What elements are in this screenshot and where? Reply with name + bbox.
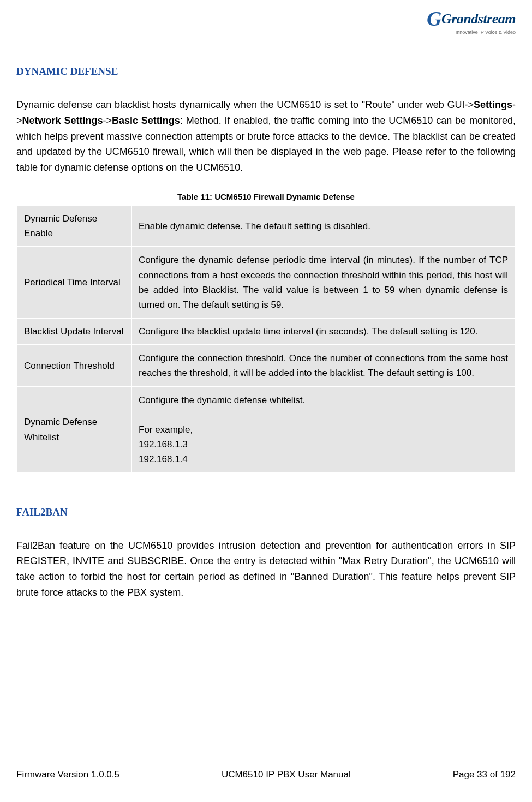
option-desc: Configure the dynamic defense periodic t…: [131, 247, 515, 318]
whitelist-line: For example,: [139, 422, 508, 437]
option-desc: Configure the connection threshold. Once…: [131, 345, 515, 386]
table-row: Periodical Time Interval Configure the d…: [17, 247, 515, 318]
table-dynamic-defense-options: Dynamic Defense Enable Enable dynamic de…: [16, 205, 516, 474]
whitelist-line: Configure the dynamic defense whitelist.: [139, 393, 508, 408]
page-content: DYNAMIC DEFENSE Dynamic defense can blac…: [16, 65, 516, 601]
text-fragment: ->: [103, 115, 112, 126]
option-desc: Enable dynamic defense. The default sett…: [131, 205, 515, 247]
whitelist-blank-line: [139, 408, 508, 422]
option-name: Periodical Time Interval: [17, 247, 131, 318]
paragraph-fail2ban-intro: Fail2Ban feature on the UCM6510 provides…: [16, 538, 516, 601]
paragraph-dynamic-defense-intro: Dynamic defense can blacklist hosts dyna…: [16, 97, 516, 176]
footer-page-number: Page 33 of 192: [453, 769, 516, 780]
whitelist-line: 192.168.1.4: [139, 452, 508, 466]
heading-dynamic-defense: DYNAMIC DEFENSE: [16, 65, 516, 77]
heading-fail2ban: FAIL2BAN: [16, 506, 516, 518]
logo-tagline: Innovative IP Voice & Video: [417, 29, 516, 35]
logo-brand-text: Grandstream: [441, 11, 516, 27]
option-desc-whitelist: Configure the dynamic defense whitelist.…: [131, 387, 515, 473]
text-fragment: Dynamic defense can blacklist hosts dyna…: [16, 99, 474, 110]
table-row: Connection Threshold Configure the conne…: [17, 345, 515, 386]
option-desc: Configure the blacklist update time inte…: [131, 318, 515, 345]
logo-text: GGrandstream: [427, 11, 516, 27]
option-name: Dynamic Defense Enable: [17, 205, 131, 247]
whitelist-line: 192.168.1.3: [139, 437, 508, 452]
option-name: Blacklist Update Interval: [17, 318, 131, 345]
table-row: Dynamic Defense Enable Enable dynamic de…: [17, 205, 515, 247]
footer-firmware-version: Firmware Version 1.0.0.5: [16, 769, 119, 780]
footer-doc-title: UCM6510 IP PBX User Manual: [222, 769, 351, 780]
table-row: Blacklist Update Interval Configure the …: [17, 318, 515, 345]
page-footer: Firmware Version 1.0.0.5 UCM6510 IP PBX …: [16, 769, 516, 780]
brand-logo: GGrandstream Innovative IP Voice & Video: [417, 7, 516, 39]
bold-settings: Settings: [474, 99, 512, 110]
option-name: Connection Threshold: [17, 345, 131, 386]
option-name: Dynamic Defense Whitelist: [17, 387, 131, 473]
table-row: Dynamic Defense Whitelist Configure the …: [17, 387, 515, 473]
table-caption: Table 11: UCM6510 Firewall Dynamic Defen…: [16, 192, 516, 201]
bold-network-settings: Network Settings: [22, 115, 103, 126]
bold-basic-settings: Basic Settings: [112, 115, 180, 126]
